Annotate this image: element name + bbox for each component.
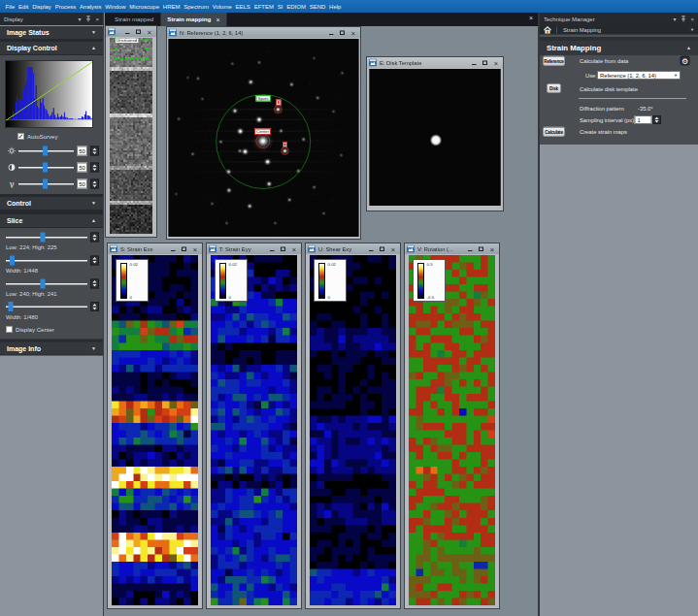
survey-image[interactable] <box>110 38 152 234</box>
panel-close-icon[interactable]: × <box>690 16 694 22</box>
slider-thumb[interactable] <box>9 302 14 311</box>
slice-spinner-1[interactable] <box>90 255 99 265</box>
menu-item-hrem[interactable]: HREM <box>162 0 181 13</box>
menu-item-microscope[interactable]: Microscope <box>129 0 160 13</box>
slider-thumb[interactable] <box>10 255 15 265</box>
spin-down-icon[interactable] <box>655 120 659 123</box>
close-button[interactable]: × <box>147 28 152 36</box>
histogram-display[interactable] <box>5 60 93 128</box>
autosurvey-checkbox[interactable]: ✓ <box>17 133 24 140</box>
close-button[interactable]: × <box>493 59 499 67</box>
spin-down-icon[interactable] <box>93 238 97 241</box>
display-panel-titlebar[interactable]: Display ▾ × <box>0 13 103 25</box>
spin-up-icon[interactable] <box>93 147 97 150</box>
menu-item-analysis[interactable]: Analysis <box>80 0 103 13</box>
spin-down-icon[interactable] <box>93 184 97 187</box>
maximize-button[interactable] <box>182 245 187 253</box>
section-strain-mapping[interactable]: Strain Mapping ▲ <box>540 41 698 55</box>
section-slice[interactable]: Slice ▲ <box>0 214 103 227</box>
menu-item-window[interactable]: Window <box>105 0 127 13</box>
spin-up-icon[interactable] <box>93 180 97 183</box>
tab-strain-mapping[interactable]: Strain mapping× <box>160 13 226 26</box>
menu-item-eels[interactable]: EELS <box>235 0 251 13</box>
slider-thumb[interactable] <box>43 163 48 173</box>
gamma-spinner[interactable] <box>90 179 99 189</box>
roi-handle[interactable] <box>115 48 117 50</box>
close-button[interactable]: × <box>350 29 356 37</box>
close-button[interactable]: × <box>291 245 297 253</box>
maximize-button[interactable] <box>380 245 385 253</box>
maximize-button[interactable] <box>281 245 286 253</box>
roi-handle[interactable] <box>146 57 149 60</box>
contrast-slider[interactable] <box>18 162 74 173</box>
minimize-button[interactable] <box>269 245 275 253</box>
section-image-info[interactable]: Image Info ▼ <box>0 342 103 355</box>
spin-down-icon[interactable] <box>93 151 97 154</box>
section-control[interactable]: Control ▼ <box>0 197 103 210</box>
menu-item-help[interactable]: Help <box>329 0 343 13</box>
pin-icon[interactable] <box>85 16 91 22</box>
slider-thumb[interactable] <box>40 278 45 288</box>
menu-item-spectrum[interactable]: Spectrum <box>183 0 210 13</box>
maximize-button[interactable] <box>340 29 346 37</box>
spin-up-icon[interactable] <box>93 234 97 237</box>
pin-icon[interactable] <box>681 16 686 22</box>
menu-item-send[interactable]: SEND <box>309 0 326 13</box>
menu-item-ediom[interactable]: EDIOM <box>286 0 307 13</box>
panel-menu-icon[interactable]: ▾ <box>673 16 676 22</box>
tabstrip-close-icon[interactable]: × <box>529 13 538 26</box>
slice-slider-2[interactable] <box>6 278 87 289</box>
spin-up-icon[interactable] <box>93 164 97 167</box>
tab-close-icon[interactable]: × <box>216 16 219 23</box>
sampling-interval-input[interactable]: 1 <box>635 115 652 124</box>
brightness-spinner[interactable] <box>90 146 99 156</box>
minimize-button[interactable] <box>328 29 334 37</box>
roi-handle[interactable] <box>146 39 149 42</box>
center-annotation-label[interactable]: Center <box>254 129 271 136</box>
strain-map-image[interactable] <box>211 255 297 605</box>
spin-up-icon[interactable] <box>93 257 97 260</box>
tab-strain-mapped[interactable]: Strain mapped <box>108 13 160 26</box>
panel-menu-icon[interactable]: ▾ <box>78 16 81 22</box>
roi-handle[interactable] <box>130 57 133 60</box>
menu-item-eftem[interactable]: EFTEM <box>253 0 275 13</box>
spin-up-icon[interactable] <box>655 117 659 120</box>
slice-spinner-2[interactable] <box>90 278 99 288</box>
slider-thumb[interactable] <box>40 233 45 243</box>
strain-map-0-titlebar[interactable]: S: Strain Exx × <box>108 243 202 254</box>
menu-item-display[interactable]: Display <box>32 0 52 13</box>
spot-marker-1[interactable] <box>276 99 282 106</box>
reference-button[interactable]: Reference <box>543 56 565 67</box>
diffraction-pattern-image[interactable] <box>169 39 359 237</box>
disk-button[interactable]: Disk <box>547 83 561 93</box>
reference-titlebar[interactable]: N: Reference (1, 2, 6, 14) × <box>167 27 360 38</box>
breadcrumb-label[interactable]: Strain Mapping <box>560 27 687 34</box>
menu-item-volume[interactable]: Volume <box>212 0 232 13</box>
slice-spinner-0[interactable] <box>90 233 99 243</box>
survey-titlebar[interactable]: × <box>106 26 156 37</box>
technique-manager-titlebar[interactable]: Technique Manager ▾ × <box>540 13 698 25</box>
minimize-button[interactable] <box>467 245 473 253</box>
close-button[interactable]: × <box>192 245 198 253</box>
gear-icon[interactable]: ⚙ <box>681 56 690 66</box>
close-button[interactable]: × <box>390 245 396 253</box>
spots-annotation-label[interactable]: Spots <box>256 95 271 102</box>
home-icon[interactable] <box>544 26 551 34</box>
brightness-value[interactable]: 50 <box>77 146 87 156</box>
disk-template-image[interactable] <box>370 69 501 206</box>
calculate-button[interactable]: Calculate <box>543 127 565 138</box>
section-image-status[interactable]: Image Status ▼ <box>0 26 103 39</box>
minimize-button[interactable] <box>170 245 176 253</box>
maximize-button[interactable] <box>136 28 142 36</box>
slice-slider-1[interactable] <box>6 255 87 266</box>
contrast-spinner[interactable] <box>90 163 99 173</box>
disk-titlebar[interactable]: E: Disk Template × <box>367 57 503 68</box>
contrast-value[interactable]: 50 <box>77 163 87 173</box>
slider-thumb[interactable] <box>43 179 48 189</box>
maximize-button[interactable] <box>482 59 488 67</box>
menu-item-file[interactable]: File <box>5 0 16 13</box>
gamma-value[interactable]: 50 <box>77 179 87 189</box>
slider-thumb[interactable] <box>43 146 48 156</box>
slice-spinner-3[interactable] <box>90 302 99 311</box>
close-button[interactable]: × <box>489 245 495 253</box>
